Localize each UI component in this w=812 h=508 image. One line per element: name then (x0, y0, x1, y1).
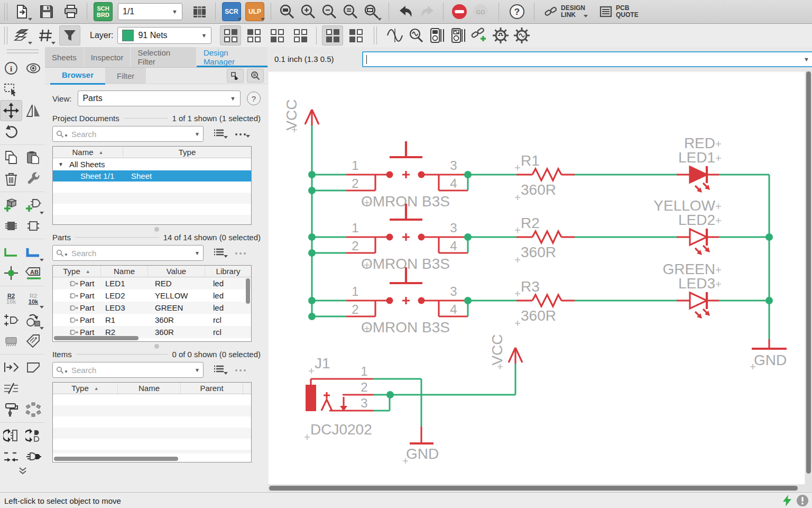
copy-tool[interactable] (0, 147, 22, 168)
rotate-tool[interactable] (0, 121, 22, 142)
schematic-sheet[interactable]: VCC (268, 70, 805, 484)
net-vcc-bottom[interactable] (374, 364, 515, 411)
stop-button[interactable] (449, 2, 470, 22)
led-led2[interactable]: YELLOW LED2 (653, 197, 721, 255)
swap-gate-tool[interactable] (22, 425, 44, 446)
swap-sheet-tool[interactable] (0, 425, 22, 446)
all-sheets-row[interactable]: ▼ All Sheets (53, 158, 251, 170)
print-button[interactable] (60, 2, 81, 22)
subtab-filter[interactable]: Filter (105, 68, 146, 84)
column-header-type[interactable]: Type▲ (53, 266, 101, 277)
replace-package-tool[interactable] (0, 215, 22, 237)
attribute-tool[interactable] (22, 331, 44, 352)
vcc-label[interactable]: VCC (489, 334, 505, 365)
part-row[interactable]: Part LED2 YELLOW led (53, 289, 251, 302)
expand-triangle-icon[interactable]: ▼ (53, 161, 67, 167)
change-tool[interactable] (22, 168, 44, 189)
display-mode-3-button[interactable] (266, 25, 288, 46)
items-list-options-button[interactable] (213, 365, 225, 376)
connector-j1[interactable]: J1 1 2 3 DCJ0202 (304, 355, 374, 440)
move-tool[interactable] (0, 100, 22, 121)
align-tool[interactable] (0, 446, 22, 467)
column-header-parent[interactable]: Parent (181, 383, 243, 394)
delete-tool[interactable] (0, 168, 22, 189)
zoom-in-button[interactable] (298, 2, 319, 22)
section-splitter[interactable] (154, 227, 159, 232)
canvas-vertical-scrollbar[interactable] (805, 70, 812, 492)
info-tool[interactable]: i (0, 58, 22, 79)
design-link-button[interactable]: DESIGN LINK (541, 2, 588, 22)
add-part-tool[interactable] (0, 194, 22, 215)
column-header-name[interactable]: Name (118, 383, 181, 394)
display-mode-4-button[interactable] (290, 25, 311, 46)
invoke-tool[interactable] (22, 446, 44, 467)
zoom-out-button[interactable] (319, 2, 340, 22)
switch-s3[interactable]: 1 2 3 4 OMRON B3S (312, 267, 472, 335)
layer-settings-button[interactable] (12, 25, 33, 46)
value-tool[interactable]: R2 10k (22, 288, 44, 310)
net-gnd-right[interactable] (765, 175, 773, 339)
column-header-name[interactable]: Name (101, 266, 148, 277)
parts-search[interactable]: ▼ ▼ (52, 245, 204, 261)
go-button[interactable]: GO (470, 2, 491, 22)
paste-tool[interactable] (22, 147, 44, 168)
column-header-library[interactable]: Library (205, 266, 251, 277)
items-more-button[interactable] (234, 366, 247, 375)
project-documents-search[interactable]: ▼ ▼ (52, 126, 204, 142)
project-documents-more-button[interactable] (234, 130, 247, 139)
subtab-browser[interactable]: Browser (50, 67, 105, 85)
name-tool[interactable]: R2 10k (0, 288, 22, 310)
net-gnd-bottom[interactable] (373, 379, 421, 427)
part-row[interactable]: Part R1 360R rcl (53, 314, 251, 326)
parts-more-button[interactable] (234, 249, 247, 258)
part-row[interactable]: Part LED1 RED led (53, 277, 251, 289)
zoom-fit-button[interactable] (276, 2, 298, 22)
view-selector[interactable]: Parts ▼ (78, 90, 241, 106)
errors-warning-icon[interactable] (796, 494, 809, 507)
display-mode-6-button[interactable] (345, 25, 366, 46)
items-search[interactable]: ▼ ▼ (52, 362, 204, 378)
switch-s2[interactable]: 1 2 3 4 OMRON B3S (312, 204, 472, 272)
tab-sheets[interactable]: Sheets (45, 47, 84, 67)
multimeter-dc-button[interactable] (427, 25, 448, 46)
simulation-profiles-button[interactable] (511, 25, 532, 46)
help-button[interactable]: ? (506, 2, 528, 22)
probe-button[interactable] (405, 25, 427, 46)
show-tool[interactable] (22, 58, 44, 79)
sheet-row-selected[interactable]: Sheet 1/1 Sheet (53, 170, 251, 182)
bus-tool[interactable] (22, 241, 44, 262)
label-tool[interactable]: AB (22, 262, 44, 284)
tab-design-manager[interactable]: Design Manager (197, 47, 268, 67)
ic-tool[interactable] (0, 331, 22, 352)
smash-tool[interactable] (22, 310, 44, 331)
ulp-button[interactable]: ULP (244, 2, 265, 22)
vcc-label[interactable]: VCC (283, 99, 300, 130)
resistor-r3[interactable]: R3 360R (515, 278, 575, 326)
display-mode-5-button[interactable] (322, 25, 343, 46)
led-led3[interactable]: GREEN LED3 (662, 261, 721, 319)
project-documents-search-input[interactable] (70, 129, 195, 139)
zoom-to-selection-button[interactable] (247, 69, 264, 83)
scr-script-button[interactable]: SCR (221, 2, 242, 22)
highlight-selection-button[interactable] (227, 69, 244, 83)
pinswap-tool[interactable] (0, 310, 22, 331)
polygon-tool[interactable] (22, 357, 44, 378)
project-documents-list-options-button[interactable] (213, 129, 225, 140)
resistor-r1[interactable]: R1 360R (515, 152, 575, 200)
column-header-type[interactable]: Type (123, 147, 251, 158)
zoom-previous-button[interactable] (340, 2, 361, 22)
selection-filter-button[interactable] (59, 25, 80, 46)
sch-brd-toggle-button[interactable]: SCH BRD (93, 2, 114, 22)
column-header-type[interactable]: Type▲ (53, 383, 118, 394)
column-header-value[interactable]: Value (148, 266, 205, 277)
simulation-settings-button[interactable] (490, 25, 511, 46)
junction-tool[interactable] (0, 262, 22, 284)
display-mode-2-button[interactable] (243, 25, 264, 46)
net-tool[interactable] (0, 241, 22, 262)
tab-selection-filter[interactable]: Selection Filter (131, 47, 196, 67)
parts-horizontal-scrollbar[interactable] (54, 336, 139, 340)
split-tool[interactable] (0, 378, 22, 399)
parts-list-options-button[interactable] (213, 248, 225, 259)
zoom-select-button[interactable] (361, 2, 382, 22)
vcc-symbol-top[interactable]: VCC (283, 99, 319, 132)
